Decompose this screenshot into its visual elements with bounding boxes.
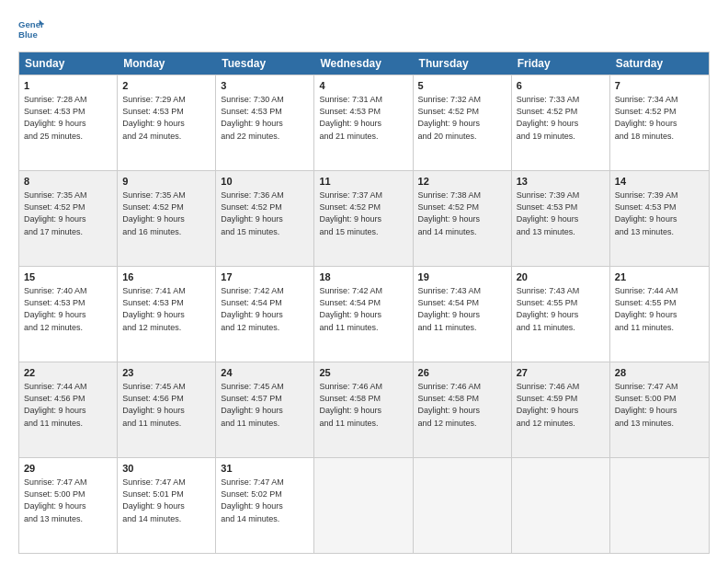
cal-cell: 13Sunrise: 7:39 AMSunset: 4:53 PMDayligh… [512, 171, 610, 266]
day-number: 25 [319, 366, 407, 380]
header-day-tuesday: Tuesday [216, 52, 314, 75]
day-number: 21 [615, 270, 704, 284]
day-number: 28 [615, 366, 704, 380]
day-number: 14 [615, 175, 704, 189]
header-day-friday: Friday [512, 52, 610, 75]
cal-cell: 1Sunrise: 7:28 AMSunset: 4:53 PMDaylight… [19, 75, 118, 170]
cal-cell: 24Sunrise: 7:45 AMSunset: 4:57 PMDayligh… [216, 362, 314, 457]
cal-cell: 27Sunrise: 7:46 AMSunset: 4:59 PMDayligh… [512, 362, 610, 457]
calendar-row-0: 1Sunrise: 7:28 AMSunset: 4:53 PMDaylight… [19, 75, 709, 170]
day-number: 13 [517, 175, 605, 189]
logo: General Blue [18, 17, 44, 42]
calendar-row-1: 8Sunrise: 7:35 AMSunset: 4:52 PMDaylight… [19, 170, 709, 266]
day-number: 6 [517, 79, 605, 93]
calendar-row-2: 15Sunrise: 7:40 AMSunset: 4:53 PMDayligh… [19, 266, 709, 362]
day-info: Sunrise: 7:36 AMSunset: 4:52 PMDaylight:… [221, 190, 309, 237]
day-info: Sunrise: 7:43 AMSunset: 4:55 PMDaylight:… [517, 285, 605, 333]
day-info: Sunrise: 7:45 AMSunset: 4:57 PMDaylight:… [221, 381, 309, 429]
day-info: Sunrise: 7:34 AMSunset: 4:52 PMDaylight:… [615, 94, 704, 142]
day-info: Sunrise: 7:40 AMSunset: 4:53 PMDaylight:… [24, 285, 112, 333]
day-number: 1 [24, 79, 112, 93]
day-number: 18 [319, 270, 407, 284]
day-number: 16 [122, 270, 210, 284]
day-info: Sunrise: 7:46 AMSunset: 4:58 PMDaylight:… [418, 381, 506, 429]
day-info: Sunrise: 7:46 AMSunset: 4:59 PMDaylight:… [517, 381, 605, 429]
cal-cell: 30Sunrise: 7:47 AMSunset: 5:01 PMDayligh… [118, 458, 216, 553]
cal-cell: 16Sunrise: 7:41 AMSunset: 4:53 PMDayligh… [118, 267, 216, 362]
day-info: Sunrise: 7:47 AMSunset: 5:00 PMDaylight:… [615, 381, 704, 429]
day-info: Sunrise: 7:38 AMSunset: 4:52 PMDaylight:… [418, 190, 506, 237]
logo-icon: General Blue [18, 17, 44, 42]
calendar-row-3: 22Sunrise: 7:44 AMSunset: 4:56 PMDayligh… [19, 362, 709, 457]
cal-cell: 6Sunrise: 7:33 AMSunset: 4:52 PMDaylight… [512, 75, 610, 170]
cal-cell [314, 458, 413, 553]
cal-cell: 11Sunrise: 7:37 AMSunset: 4:52 PMDayligh… [314, 171, 413, 266]
day-number: 30 [122, 462, 210, 476]
day-number: 17 [221, 270, 309, 284]
day-info: Sunrise: 7:44 AMSunset: 4:55 PMDaylight:… [615, 285, 704, 333]
cal-cell: 9Sunrise: 7:35 AMSunset: 4:52 PMDaylight… [118, 171, 216, 266]
cal-cell: 21Sunrise: 7:44 AMSunset: 4:55 PMDayligh… [610, 267, 709, 362]
day-number: 22 [24, 366, 112, 380]
day-number: 23 [122, 366, 210, 380]
day-number: 5 [418, 79, 506, 93]
day-info: Sunrise: 7:35 AMSunset: 4:52 PMDaylight:… [24, 190, 112, 237]
day-info: Sunrise: 7:42 AMSunset: 4:54 PMDaylight:… [221, 285, 309, 333]
cal-cell: 8Sunrise: 7:35 AMSunset: 4:52 PMDaylight… [19, 171, 118, 266]
svg-text:Blue: Blue [18, 29, 38, 40]
header-day-saturday: Saturday [610, 52, 709, 75]
calendar-row-4: 29Sunrise: 7:47 AMSunset: 5:00 PMDayligh… [19, 457, 709, 553]
cal-cell [610, 458, 709, 553]
header-day-sunday: Sunday [19, 52, 118, 75]
day-number: 15 [24, 270, 112, 284]
day-info: Sunrise: 7:28 AMSunset: 4:53 PMDaylight:… [24, 94, 112, 142]
day-info: Sunrise: 7:31 AMSunset: 4:53 PMDaylight:… [319, 94, 407, 142]
day-number: 3 [221, 79, 309, 93]
header: General Blue [18, 17, 710, 42]
cal-cell: 3Sunrise: 7:30 AMSunset: 4:53 PMDaylight… [216, 75, 314, 170]
day-number: 29 [24, 462, 112, 476]
cal-cell: 26Sunrise: 7:46 AMSunset: 4:58 PMDayligh… [414, 362, 512, 457]
day-info: Sunrise: 7:41 AMSunset: 4:53 PMDaylight:… [122, 285, 210, 333]
cal-cell: 25Sunrise: 7:46 AMSunset: 4:58 PMDayligh… [314, 362, 413, 457]
cal-cell [512, 458, 610, 553]
cal-cell: 18Sunrise: 7:42 AMSunset: 4:54 PMDayligh… [314, 267, 413, 362]
cal-cell: 14Sunrise: 7:39 AMSunset: 4:53 PMDayligh… [610, 171, 709, 266]
day-info: Sunrise: 7:35 AMSunset: 4:52 PMDaylight:… [122, 190, 210, 237]
cal-cell: 12Sunrise: 7:38 AMSunset: 4:52 PMDayligh… [414, 171, 512, 266]
cal-cell: 31Sunrise: 7:47 AMSunset: 5:02 PMDayligh… [216, 458, 314, 553]
day-number: 2 [122, 79, 210, 93]
day-info: Sunrise: 7:39 AMSunset: 4:53 PMDaylight:… [517, 190, 605, 237]
day-info: Sunrise: 7:47 AMSunset: 5:01 PMDaylight:… [122, 477, 210, 524]
day-info: Sunrise: 7:44 AMSunset: 4:56 PMDaylight:… [24, 381, 112, 429]
day-number: 26 [418, 366, 506, 380]
day-info: Sunrise: 7:42 AMSunset: 4:54 PMDaylight:… [319, 285, 407, 333]
cal-cell: 29Sunrise: 7:47 AMSunset: 5:00 PMDayligh… [19, 458, 118, 553]
day-info: Sunrise: 7:32 AMSunset: 4:52 PMDaylight:… [418, 94, 506, 142]
day-number: 9 [122, 175, 210, 189]
cal-cell: 10Sunrise: 7:36 AMSunset: 4:52 PMDayligh… [216, 171, 314, 266]
cal-cell: 7Sunrise: 7:34 AMSunset: 4:52 PMDaylight… [610, 75, 709, 170]
cal-cell: 20Sunrise: 7:43 AMSunset: 4:55 PMDayligh… [512, 267, 610, 362]
day-info: Sunrise: 7:46 AMSunset: 4:58 PMDaylight:… [319, 381, 407, 429]
cal-cell: 2Sunrise: 7:29 AMSunset: 4:53 PMDaylight… [118, 75, 216, 170]
day-number: 7 [615, 79, 704, 93]
cal-cell: 15Sunrise: 7:40 AMSunset: 4:53 PMDayligh… [19, 267, 118, 362]
page: General Blue SundayMondayTuesdayWednesda… [0, 0, 728, 563]
header-day-thursday: Thursday [414, 52, 512, 75]
header-day-monday: Monday [118, 52, 216, 75]
day-info: Sunrise: 7:33 AMSunset: 4:52 PMDaylight:… [517, 94, 605, 142]
cal-cell: 5Sunrise: 7:32 AMSunset: 4:52 PMDaylight… [414, 75, 512, 170]
calendar: SundayMondayTuesdayWednesdayThursdayFrid… [18, 52, 710, 554]
cal-cell: 19Sunrise: 7:43 AMSunset: 4:54 PMDayligh… [414, 267, 512, 362]
header-day-wednesday: Wednesday [314, 52, 413, 75]
calendar-header: SundayMondayTuesdayWednesdayThursdayFrid… [19, 52, 709, 75]
day-number: 12 [418, 175, 506, 189]
day-number: 20 [517, 270, 605, 284]
calendar-body: 1Sunrise: 7:28 AMSunset: 4:53 PMDaylight… [19, 75, 709, 553]
day-info: Sunrise: 7:47 AMSunset: 5:00 PMDaylight:… [24, 477, 112, 524]
day-info: Sunrise: 7:37 AMSunset: 4:52 PMDaylight:… [319, 190, 407, 237]
day-info: Sunrise: 7:43 AMSunset: 4:54 PMDaylight:… [418, 285, 506, 333]
day-info: Sunrise: 7:39 AMSunset: 4:53 PMDaylight:… [615, 190, 704, 237]
day-number: 27 [517, 366, 605, 380]
